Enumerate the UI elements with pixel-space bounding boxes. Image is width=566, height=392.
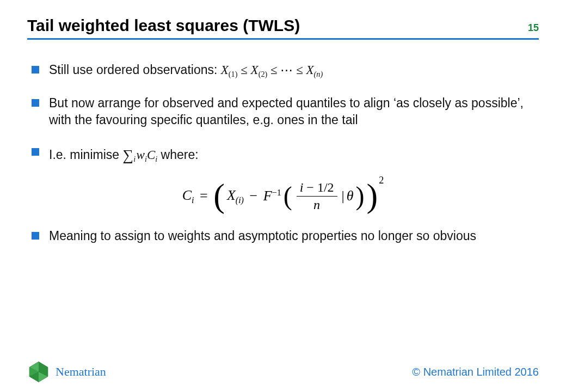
bullet-item-2: But now arrange for observed and expecte… [30, 95, 536, 128]
bullet-text: I.e. minimise [49, 148, 122, 162]
bullet-list-2: Meaning to assign to weights and asympto… [30, 228, 536, 244]
math-minimise-sum: ∑i wiCi [122, 148, 157, 162]
copyright-text: © Nematrian Limited 2016 [412, 366, 539, 378]
slide-header: Tail weighted least squares (TWLS) 15 [27, 16, 539, 40]
math-ordered-obs: X(1) ≤ X(2) ≤ ⋯ ≤ X(n) [221, 63, 323, 77]
bullet-item-4: Meaning to assign to weights and asympto… [30, 228, 536, 244]
slide: Tail weighted least squares (TWLS) 15 St… [0, 0, 566, 392]
slide-title: Tail weighted least squares (TWLS) [27, 16, 300, 35]
equation-display: Ci = ( X(i) − F−1 ( i − 1/2 n |θ ) ) 2 [30, 180, 536, 212]
bullet-list: Still use ordered observations: X(1) ≤ X… [30, 62, 536, 165]
brand-logo-icon [27, 360, 50, 383]
slide-footer: Nematrian © Nematrian Limited 2016 [0, 360, 566, 383]
bullet-text: Still use ordered observations: [49, 63, 221, 77]
bullet-item-3: I.e. minimise ∑i wiCi where: [30, 144, 536, 164]
bullet-item-1: Still use ordered observations: X(1) ≤ X… [30, 62, 536, 79]
bullet-text: But now arrange for observed and expecte… [49, 96, 524, 127]
slide-body: Still use ordered observations: X(1) ≤ X… [27, 62, 539, 244]
bullet-text: Meaning to assign to weights and asympto… [49, 229, 476, 243]
brand: Nematrian [27, 360, 106, 383]
bullet-text-suffix: where: [157, 148, 198, 162]
page-number: 15 [528, 22, 539, 34]
brand-name: Nematrian [56, 365, 106, 379]
